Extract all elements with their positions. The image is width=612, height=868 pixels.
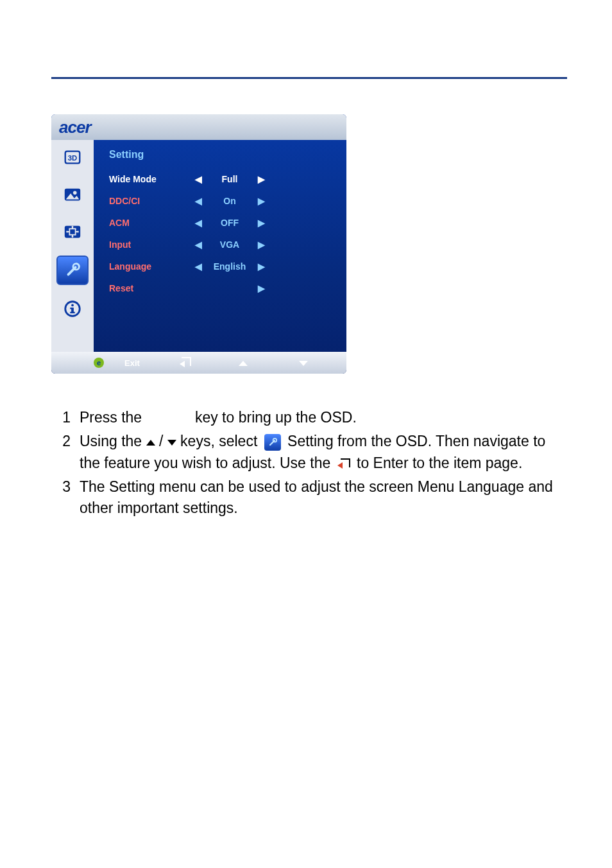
osd-row-language[interactable]: Language ◀ English ▶ <box>109 256 336 277</box>
osd-down-button[interactable] <box>299 358 308 368</box>
svg-text:3D: 3D <box>68 154 77 162</box>
svg-point-3 <box>73 191 77 195</box>
instruction-number: 2 <box>51 431 80 474</box>
row-value: English <box>204 261 255 272</box>
osd-body: 3D <box>51 140 346 352</box>
row-label: Reset <box>109 283 192 293</box>
exit-label: Exit <box>124 358 140 368</box>
arrow-right-icon[interactable]: ▶ <box>255 196 267 206</box>
instruction-number: 3 <box>51 476 80 519</box>
osd-row-ddcci[interactable]: DDC/CI ◀ On ▶ <box>109 190 336 212</box>
osd-bottom-bar: e Exit <box>51 352 346 374</box>
osd-exit-button[interactable]: e Exit <box>94 358 140 368</box>
enter-icon <box>180 357 191 367</box>
osd-section-title: Setting <box>109 149 336 161</box>
info-icon <box>63 299 82 318</box>
instruction-item: 3 The Setting menu can be used to adjust… <box>51 476 567 519</box>
osd-brand-bar: acer <box>51 114 346 140</box>
tab-picture[interactable] <box>58 181 87 208</box>
tab-setting[interactable] <box>56 256 89 285</box>
instruction-item: 1 Press the key to bring up the OSD. <box>51 407 567 428</box>
instruction-list: 1 Press the key to bring up the OSD. 2 U… <box>51 407 567 519</box>
tab-position[interactable] <box>58 218 87 245</box>
osd-up-button[interactable] <box>239 358 248 368</box>
tab-3d[interactable]: 3D <box>58 144 87 171</box>
svg-point-12 <box>71 304 74 307</box>
up-icon <box>239 361 248 366</box>
up-icon <box>146 440 155 446</box>
arrow-left-icon[interactable]: ◀ <box>192 174 204 184</box>
setting-icon-box <box>264 434 281 451</box>
arrow-left-icon[interactable]: ◀ <box>192 239 204 250</box>
instr-text: Press the <box>80 409 146 426</box>
header-rule <box>51 77 567 79</box>
picture-icon <box>63 185 82 204</box>
position-icon <box>63 222 82 241</box>
svg-point-8 <box>72 226 74 228</box>
enter-icon <box>337 458 350 470</box>
arrow-right-icon[interactable]: ▶ <box>255 283 267 293</box>
setting-icon <box>267 437 278 448</box>
osd-row-reset[interactable]: Reset ◀ ▶ <box>109 277 336 299</box>
down-icon <box>167 440 176 446</box>
instruction-text: The Setting menu can be used to adjust t… <box>80 476 567 519</box>
osd-sidebar: 3D <box>51 140 94 352</box>
instruction-text: Using the / keys, select Setting from th… <box>80 431 567 474</box>
setting-icon <box>63 261 82 280</box>
svg-rect-14 <box>70 312 75 313</box>
instr-text: to Enter to the item page. <box>353 455 523 471</box>
arrow-right-icon[interactable]: ▶ <box>255 239 267 250</box>
row-value: OFF <box>204 218 255 228</box>
arrow-left-icon[interactable]: ◀ <box>192 218 204 228</box>
row-label: Input <box>109 239 192 250</box>
svg-point-9 <box>72 236 74 238</box>
down-icon <box>299 361 308 366</box>
svg-rect-15 <box>70 308 72 309</box>
osd-row-acm[interactable]: ACM ◀ OFF ▶ <box>109 212 336 234</box>
svg-point-6 <box>66 231 68 233</box>
instruction-number: 1 <box>51 407 80 428</box>
arrow-right-icon[interactable]: ▶ <box>255 218 267 228</box>
osd-panel: acer 3D <box>51 114 346 374</box>
instr-text: keys, select <box>176 433 262 449</box>
tab-info[interactable] <box>58 295 87 322</box>
osd-row-input[interactable]: Input ◀ VGA ▶ <box>109 234 336 256</box>
instr-text: key to bring up the OSD. <box>191 409 357 426</box>
empowering-icon: e <box>94 358 104 368</box>
osd-main: Setting Wide Mode ◀ Full ▶ DDC/CI ◀ On ▶… <box>94 140 346 352</box>
instruction-text: Press the key to bring up the OSD. <box>80 407 567 428</box>
row-value: VGA <box>204 239 255 250</box>
instr-text: Using the <box>80 433 146 449</box>
instr-text: The Setting menu can be used to adjust t… <box>80 478 553 516</box>
arrow-left-icon[interactable]: ◀ <box>192 261 204 272</box>
row-value: Full <box>204 174 255 184</box>
row-label: DDC/CI <box>109 196 192 206</box>
3d-icon: 3D <box>63 148 82 167</box>
arrow-left-icon[interactable]: ◀ <box>192 196 204 206</box>
osd-row-wide-mode[interactable]: Wide Mode ◀ Full ▶ <box>109 168 336 190</box>
instr-text: / <box>155 433 167 449</box>
row-label: ACM <box>109 218 192 228</box>
instruction-item: 2 Using the / keys, select Setting from … <box>51 431 567 474</box>
row-label: Language <box>109 261 192 272</box>
osd-enter-button[interactable] <box>180 357 191 369</box>
brand-logo: acer <box>59 117 91 137</box>
arrow-right-icon[interactable]: ▶ <box>255 174 267 184</box>
svg-point-7 <box>77 231 79 233</box>
row-value: On <box>204 196 255 206</box>
arrow-right-icon[interactable]: ▶ <box>255 261 267 272</box>
row-label: Wide Mode <box>109 174 192 184</box>
